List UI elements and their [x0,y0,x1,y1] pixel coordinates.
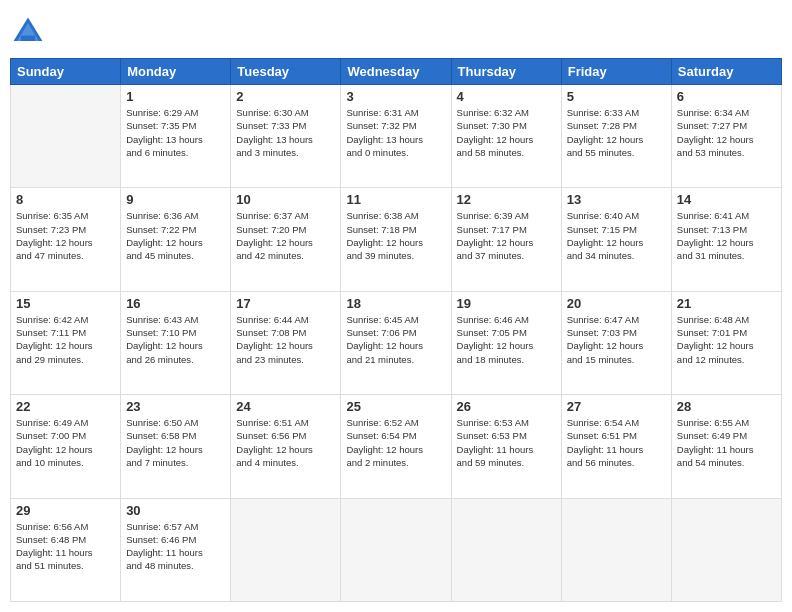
day-number: 4 [457,89,556,104]
calendar-cell: 20Sunrise: 6:47 AM Sunset: 7:03 PM Dayli… [561,291,671,394]
calendar-body: 1Sunrise: 6:29 AM Sunset: 7:35 PM Daylig… [11,85,782,602]
day-number: 28 [677,399,776,414]
calendar-cell [11,85,121,188]
day-info: Sunrise: 6:39 AM Sunset: 7:17 PM Dayligh… [457,209,556,262]
day-info: Sunrise: 6:48 AM Sunset: 7:01 PM Dayligh… [677,313,776,366]
day-info: Sunrise: 6:38 AM Sunset: 7:18 PM Dayligh… [346,209,445,262]
calendar-table: SundayMondayTuesdayWednesdayThursdayFrid… [10,58,782,602]
day-number: 18 [346,296,445,311]
day-info: Sunrise: 6:41 AM Sunset: 7:13 PM Dayligh… [677,209,776,262]
day-number: 11 [346,192,445,207]
day-number: 20 [567,296,666,311]
day-info: Sunrise: 6:51 AM Sunset: 6:56 PM Dayligh… [236,416,335,469]
calendar-cell: 27Sunrise: 6:54 AM Sunset: 6:51 PM Dayli… [561,395,671,498]
day-number: 6 [677,89,776,104]
day-info: Sunrise: 6:29 AM Sunset: 7:35 PM Dayligh… [126,106,225,159]
calendar-cell: 8Sunrise: 6:35 AM Sunset: 7:23 PM Daylig… [11,188,121,291]
calendar-cell: 5Sunrise: 6:33 AM Sunset: 7:28 PM Daylig… [561,85,671,188]
calendar-cell [231,498,341,601]
week-row-4: 22Sunrise: 6:49 AM Sunset: 7:00 PM Dayli… [11,395,782,498]
day-info: Sunrise: 6:55 AM Sunset: 6:49 PM Dayligh… [677,416,776,469]
day-info: Sunrise: 6:52 AM Sunset: 6:54 PM Dayligh… [346,416,445,469]
calendar-cell: 25Sunrise: 6:52 AM Sunset: 6:54 PM Dayli… [341,395,451,498]
header [10,10,782,50]
week-row-2: 8Sunrise: 6:35 AM Sunset: 7:23 PM Daylig… [11,188,782,291]
day-info: Sunrise: 6:46 AM Sunset: 7:05 PM Dayligh… [457,313,556,366]
day-number: 14 [677,192,776,207]
calendar-cell: 29Sunrise: 6:56 AM Sunset: 6:48 PM Dayli… [11,498,121,601]
header-row: SundayMondayTuesdayWednesdayThursdayFrid… [11,59,782,85]
day-header-monday: Monday [121,59,231,85]
page: SundayMondayTuesdayWednesdayThursdayFrid… [0,0,792,612]
day-number: 9 [126,192,225,207]
day-number: 27 [567,399,666,414]
day-number: 22 [16,399,115,414]
calendar-cell: 17Sunrise: 6:44 AM Sunset: 7:08 PM Dayli… [231,291,341,394]
day-info: Sunrise: 6:35 AM Sunset: 7:23 PM Dayligh… [16,209,115,262]
day-info: Sunrise: 6:30 AM Sunset: 7:33 PM Dayligh… [236,106,335,159]
calendar-cell: 1Sunrise: 6:29 AM Sunset: 7:35 PM Daylig… [121,85,231,188]
calendar-cell: 23Sunrise: 6:50 AM Sunset: 6:58 PM Dayli… [121,395,231,498]
day-info: Sunrise: 6:36 AM Sunset: 7:22 PM Dayligh… [126,209,225,262]
day-number: 13 [567,192,666,207]
day-number: 8 [16,192,115,207]
calendar-cell: 18Sunrise: 6:45 AM Sunset: 7:06 PM Dayli… [341,291,451,394]
day-info: Sunrise: 6:50 AM Sunset: 6:58 PM Dayligh… [126,416,225,469]
calendar-cell: 28Sunrise: 6:55 AM Sunset: 6:49 PM Dayli… [671,395,781,498]
logo [10,14,50,50]
calendar-cell: 6Sunrise: 6:34 AM Sunset: 7:27 PM Daylig… [671,85,781,188]
day-number: 3 [346,89,445,104]
day-info: Sunrise: 6:49 AM Sunset: 7:00 PM Dayligh… [16,416,115,469]
calendar-cell: 14Sunrise: 6:41 AM Sunset: 7:13 PM Dayli… [671,188,781,291]
logo-icon [10,14,46,50]
day-info: Sunrise: 6:40 AM Sunset: 7:15 PM Dayligh… [567,209,666,262]
day-number: 15 [16,296,115,311]
day-number: 16 [126,296,225,311]
day-number: 21 [677,296,776,311]
calendar-cell: 19Sunrise: 6:46 AM Sunset: 7:05 PM Dayli… [451,291,561,394]
week-row-5: 29Sunrise: 6:56 AM Sunset: 6:48 PM Dayli… [11,498,782,601]
calendar-cell: 22Sunrise: 6:49 AM Sunset: 7:00 PM Dayli… [11,395,121,498]
day-info: Sunrise: 6:44 AM Sunset: 7:08 PM Dayligh… [236,313,335,366]
calendar-cell: 4Sunrise: 6:32 AM Sunset: 7:30 PM Daylig… [451,85,561,188]
day-info: Sunrise: 6:45 AM Sunset: 7:06 PM Dayligh… [346,313,445,366]
calendar-cell: 2Sunrise: 6:30 AM Sunset: 7:33 PM Daylig… [231,85,341,188]
day-number: 2 [236,89,335,104]
day-number: 26 [457,399,556,414]
day-number: 1 [126,89,225,104]
day-number: 19 [457,296,556,311]
day-number: 23 [126,399,225,414]
calendar-cell [671,498,781,601]
day-info: Sunrise: 6:54 AM Sunset: 6:51 PM Dayligh… [567,416,666,469]
day-number: 5 [567,89,666,104]
calendar-header: SundayMondayTuesdayWednesdayThursdayFrid… [11,59,782,85]
day-info: Sunrise: 6:53 AM Sunset: 6:53 PM Dayligh… [457,416,556,469]
calendar-cell: 30Sunrise: 6:57 AM Sunset: 6:46 PM Dayli… [121,498,231,601]
svg-rect-2 [21,36,35,41]
day-info: Sunrise: 6:47 AM Sunset: 7:03 PM Dayligh… [567,313,666,366]
calendar-cell: 11Sunrise: 6:38 AM Sunset: 7:18 PM Dayli… [341,188,451,291]
day-number: 17 [236,296,335,311]
calendar-cell: 21Sunrise: 6:48 AM Sunset: 7:01 PM Dayli… [671,291,781,394]
day-number: 25 [346,399,445,414]
day-number: 24 [236,399,335,414]
day-info: Sunrise: 6:43 AM Sunset: 7:10 PM Dayligh… [126,313,225,366]
week-row-3: 15Sunrise: 6:42 AM Sunset: 7:11 PM Dayli… [11,291,782,394]
calendar-cell: 26Sunrise: 6:53 AM Sunset: 6:53 PM Dayli… [451,395,561,498]
calendar-cell: 13Sunrise: 6:40 AM Sunset: 7:15 PM Dayli… [561,188,671,291]
day-header-thursday: Thursday [451,59,561,85]
calendar-cell: 16Sunrise: 6:43 AM Sunset: 7:10 PM Dayli… [121,291,231,394]
day-info: Sunrise: 6:32 AM Sunset: 7:30 PM Dayligh… [457,106,556,159]
week-row-1: 1Sunrise: 6:29 AM Sunset: 7:35 PM Daylig… [11,85,782,188]
calendar-cell: 15Sunrise: 6:42 AM Sunset: 7:11 PM Dayli… [11,291,121,394]
day-info: Sunrise: 6:42 AM Sunset: 7:11 PM Dayligh… [16,313,115,366]
calendar-cell: 24Sunrise: 6:51 AM Sunset: 6:56 PM Dayli… [231,395,341,498]
calendar-cell: 12Sunrise: 6:39 AM Sunset: 7:17 PM Dayli… [451,188,561,291]
day-info: Sunrise: 6:56 AM Sunset: 6:48 PM Dayligh… [16,520,115,573]
day-header-friday: Friday [561,59,671,85]
day-info: Sunrise: 6:31 AM Sunset: 7:32 PM Dayligh… [346,106,445,159]
day-info: Sunrise: 6:37 AM Sunset: 7:20 PM Dayligh… [236,209,335,262]
day-number: 29 [16,503,115,518]
day-info: Sunrise: 6:33 AM Sunset: 7:28 PM Dayligh… [567,106,666,159]
day-number: 30 [126,503,225,518]
